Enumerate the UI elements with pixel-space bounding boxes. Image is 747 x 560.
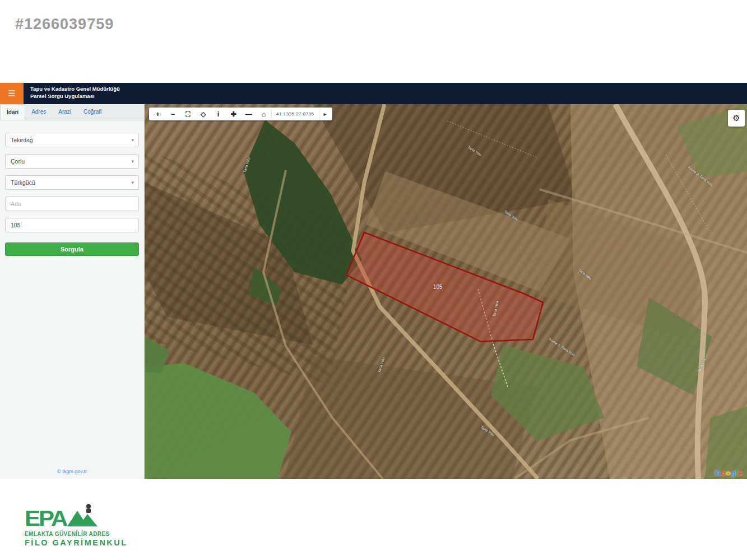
tab-idari[interactable]: İdari xyxy=(0,104,25,120)
ilce-select-value: Çorlu xyxy=(11,158,25,165)
mahalle-select[interactable]: Türkgücü ▾ xyxy=(5,175,139,190)
il-select-value: Tekirdağ xyxy=(11,137,33,143)
ada-input[interactable] xyxy=(11,200,126,207)
gear-icon: ⚙ xyxy=(732,113,740,123)
map-toolbar: + − ⛶ ◇ i ✚ ― ⌂ 41.1335 27.8705 ▸ xyxy=(149,108,332,120)
tab-adres[interactable]: Adres xyxy=(25,104,52,120)
brand-name: FİLO GAYRİMENKUL xyxy=(25,538,137,547)
parcel-query-app: ☰ Tapu ve Kadastro Genel Müdürlüğü Parse… xyxy=(0,83,747,479)
chevron-down-icon: ▾ xyxy=(131,137,134,143)
app-header: ☰ Tapu ve Kadastro Genel Müdürlüğü Parse… xyxy=(0,83,747,104)
info-button[interactable]: i xyxy=(211,108,226,120)
mahalle-select-value: Türkgücü xyxy=(11,179,35,186)
tab-arazi[interactable]: Arazi xyxy=(52,104,77,120)
sorgula-button[interactable]: Sorgula xyxy=(5,242,139,256)
add-button[interactable]: ✚ xyxy=(226,108,241,120)
query-sidebar: İdari Adres Arazi Coğrafi Tekirdağ ▾ Çor… xyxy=(0,104,145,479)
google-letter: o xyxy=(721,469,726,477)
chevron-down-icon: ▾ xyxy=(131,180,134,185)
arrow-right-icon: ▸ xyxy=(324,111,327,117)
parsel-input[interactable] xyxy=(11,222,126,228)
parcel-number-label: 105 xyxy=(433,284,443,290)
google-letter: g xyxy=(731,469,736,477)
brand-logo-text: EPA xyxy=(25,509,66,528)
app-titles: Tapu ve Kadastro Genel Müdürlüğü Parsel … xyxy=(24,83,120,104)
house-roof-icon xyxy=(66,502,100,529)
full-extent-button[interactable]: ⛶ xyxy=(180,108,196,120)
google-letter: o xyxy=(726,469,731,477)
tab-cografi[interactable]: Coğrafi xyxy=(77,104,108,120)
menu-button[interactable]: ☰ xyxy=(0,83,24,104)
map-settings-button[interactable]: ⚙ xyxy=(728,110,745,127)
query-form: Tekirdağ ▾ Çorlu ▾ Türkgücü ▾ Sorgula xyxy=(0,120,144,256)
tkgm-link[interactable]: © tkgm.gov.tr xyxy=(57,469,87,474)
app-title-line2: Parsel Sorgu Uygulaması xyxy=(30,92,120,100)
il-select[interactable]: Tekirdağ ▾ xyxy=(5,133,139,147)
app-title-line1: Tapu ve Kadastro Genel Müdürlüğü xyxy=(30,85,120,92)
ilce-select[interactable]: Çorlu ▾ xyxy=(5,154,139,169)
info-icon: i xyxy=(217,110,219,118)
google-letter: e xyxy=(738,469,743,477)
satellite-imagery: 105 xyxy=(145,104,747,479)
fullscreen-icon: ⛶ xyxy=(185,110,190,118)
google-logo: Google xyxy=(714,469,743,477)
map-canvas[interactable]: 105 Tarla Yolu Tarla Yolu Tarla Yolu Tar… xyxy=(145,104,747,479)
ruler-icon: ― xyxy=(245,110,252,118)
hamburger-icon: ☰ xyxy=(8,88,15,99)
cross-icon: ✚ xyxy=(230,110,236,118)
page: #1266039759 ☰ Tapu ve Kadastro Genel Müd… xyxy=(0,0,747,560)
home-button[interactable]: ⌂ xyxy=(256,108,271,120)
chevron-down-icon: ▾ xyxy=(131,158,134,164)
parsel-field-wrap xyxy=(5,218,139,232)
measure-button[interactable]: ― xyxy=(241,108,256,120)
query-tabs: İdari Adres Arazi Coğrafi xyxy=(0,104,144,120)
agency-branding: EPA EMLAKTA GÜVENİLİR ADRES FİLO GAYRİME… xyxy=(25,502,137,547)
toolbar-collapse-button[interactable]: ▸ xyxy=(319,108,331,120)
ada-field-wrap xyxy=(5,197,139,211)
google-letter: G xyxy=(714,469,721,477)
sidebar-footer: © tkgm.gov.tr xyxy=(0,465,144,475)
target-icon: ◇ xyxy=(201,110,206,118)
minus-icon: − xyxy=(171,110,175,118)
zoom-in-button[interactable]: + xyxy=(150,108,165,120)
locate-button[interactable]: ◇ xyxy=(196,108,211,120)
listing-id: #1266039759 xyxy=(15,16,114,33)
home-icon: ⌂ xyxy=(262,110,266,118)
plus-icon: + xyxy=(156,110,160,118)
zoom-out-button[interactable]: − xyxy=(165,108,180,120)
brand-tagline: EMLAKTA GÜVENİLİR ADRES xyxy=(25,531,137,537)
cursor-coordinates: 41.1335 27.8705 xyxy=(271,110,319,118)
